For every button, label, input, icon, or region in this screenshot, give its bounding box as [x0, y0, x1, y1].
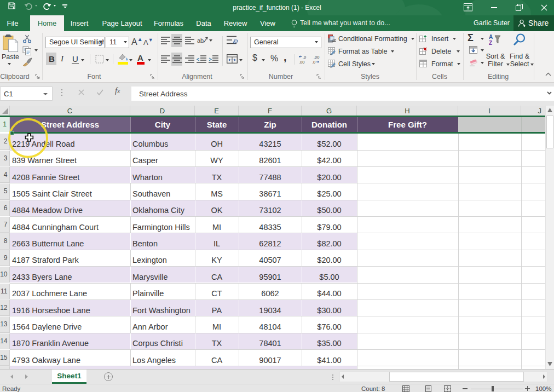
svg-text:.0: .0 [312, 60, 315, 64]
svg-text:A: A [489, 34, 493, 40]
svg-text:.00: .00 [299, 60, 304, 64]
svg-text:.00: .00 [314, 55, 319, 60]
svg-text:ab: ab [197, 37, 204, 44]
svg-text:Z: Z [489, 40, 492, 46]
svg-text:.0: .0 [303, 55, 306, 60]
